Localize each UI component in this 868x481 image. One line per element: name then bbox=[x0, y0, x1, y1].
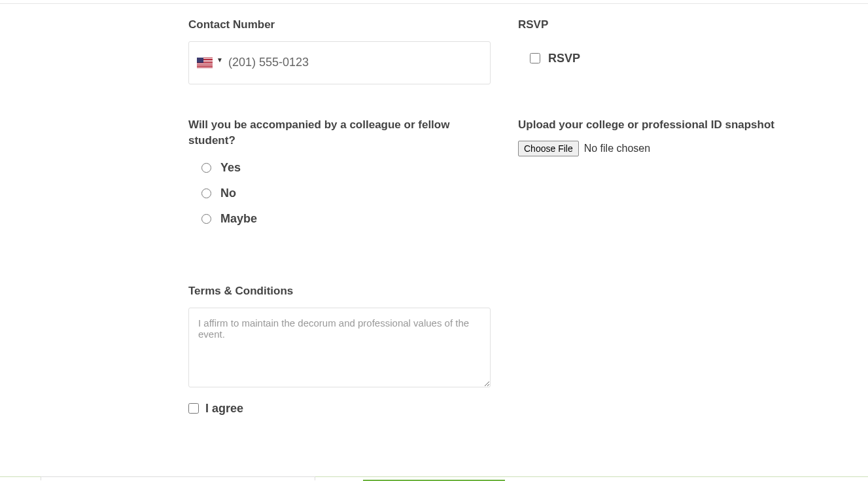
accompanied-radio-group: Yes No Maybe bbox=[188, 161, 491, 226]
phone-input-wrapper[interactable]: ▼ bbox=[188, 41, 491, 84]
spacer bbox=[0, 84, 868, 117]
row-terms: Terms & Conditions I agree bbox=[0, 283, 868, 416]
choose-file-button[interactable]: Choose File bbox=[518, 141, 579, 156]
rsvp-section: RSVP RSVP bbox=[518, 17, 820, 84]
accompanied-section: Will you be accompanied by a colleague o… bbox=[188, 117, 491, 238]
row-contact-rsvp: Contact Number ▼ RSVP RSVP bbox=[0, 4, 868, 84]
radio-yes[interactable] bbox=[201, 163, 211, 173]
radio-row-maybe: Maybe bbox=[201, 212, 491, 226]
row-accompanied-upload: Will you be accompanied by a colleague o… bbox=[0, 117, 868, 238]
terms-label: Terms & Conditions bbox=[188, 283, 491, 300]
rsvp-label: RSVP bbox=[518, 17, 820, 33]
phone-input[interactable] bbox=[223, 56, 482, 69]
agree-row: I agree bbox=[188, 402, 491, 416]
us-flag-icon[interactable] bbox=[197, 58, 213, 68]
radio-maybe-label: Maybe bbox=[220, 212, 257, 226]
terms-section: Terms & Conditions I agree bbox=[188, 283, 491, 416]
radio-maybe[interactable] bbox=[201, 214, 211, 224]
agree-checkbox[interactable] bbox=[188, 403, 199, 414]
rsvp-option-label: RSVP bbox=[548, 52, 580, 65]
agree-label: I agree bbox=[205, 402, 243, 416]
radio-no-label: No bbox=[220, 187, 236, 200]
radio-row-yes: Yes bbox=[201, 161, 491, 175]
radio-row-no: No bbox=[201, 187, 491, 200]
radio-no[interactable] bbox=[201, 188, 211, 198]
bottom-tab bbox=[41, 476, 315, 480]
upload-label: Upload your college or professional ID s… bbox=[518, 117, 820, 134]
spacer bbox=[0, 238, 868, 283]
rsvp-option-row: RSVP bbox=[518, 52, 820, 65]
radio-yes-label: Yes bbox=[220, 161, 241, 175]
terms-textarea[interactable] bbox=[188, 308, 491, 387]
file-status: No file chosen bbox=[584, 143, 650, 154]
file-row: Choose File No file chosen bbox=[518, 141, 820, 156]
upload-section: Upload your college or professional ID s… bbox=[518, 117, 820, 238]
empty-col bbox=[518, 283, 820, 416]
contact-section: Contact Number ▼ bbox=[188, 17, 491, 84]
chevron-down-icon[interactable]: ▼ bbox=[217, 56, 223, 63]
accompanied-label: Will you be accompanied by a colleague o… bbox=[188, 117, 491, 149]
contact-label: Contact Number bbox=[188, 17, 491, 33]
rsvp-checkbox[interactable] bbox=[530, 53, 540, 63]
form-page: Contact Number ▼ RSVP RSVP Will you be a… bbox=[0, 0, 868, 481]
